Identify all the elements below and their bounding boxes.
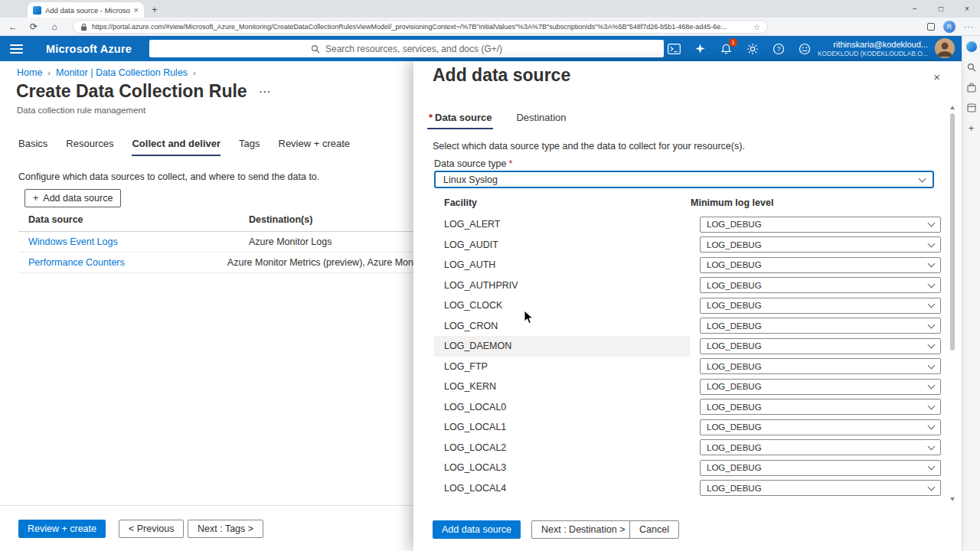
copilot-sidebar-icon[interactable] [966,41,977,52]
page-description: Configure which data sources to collect,… [18,171,319,182]
log-level-dropdown[interactable]: LOG_DEBUG [700,460,941,476]
browser-profile-avatar[interactable]: R [943,21,956,33]
facility-label: LOG_AUTHPRIV [434,276,690,296]
account-info[interactable]: rithinskaria@kodekloud... KODEKLOUD (KOD… [818,39,928,57]
refresh-icon[interactable]: ⟳ [27,21,41,32]
avatar[interactable] [935,38,955,58]
log-level-dropdown[interactable]: LOG_DEBUG [700,257,941,273]
favorite-star-icon[interactable]: ☆ [753,23,760,31]
shopping-icon[interactable] [967,83,976,93]
settings-gear-icon[interactable] [746,42,759,55]
log-level-dropdown[interactable]: LOG_DEBUG [700,217,941,233]
facility-row: LOG_LOCAL4 LOG_DEBUG [434,478,941,499]
window-controls: − □ × [902,0,980,18]
edge-sidebar: + [962,36,980,551]
chevron-down-icon [928,321,936,328]
minimize-button[interactable]: − [902,0,928,18]
notifications-bell-icon[interactable]: 1 [720,42,733,55]
scrollbar-up-icon[interactable] [950,106,955,109]
chevron-down-icon [928,301,936,308]
hamburger-menu-icon[interactable] [10,44,23,56]
facility-label: LOG_KERN [434,377,690,397]
next-tags-button[interactable]: Next : Tags > [188,520,263,538]
chevron-down-icon [928,240,936,247]
log-level-dropdown[interactable]: LOG_DEBUG [700,379,941,395]
tab-basics[interactable]: Basics [18,138,47,156]
facility-row: LOG_AUDIT LOG_DEBUG [434,235,941,256]
data-source-link[interactable]: Windows Event Logs [28,236,249,247]
tab-collect-and-deliver[interactable]: Collect and deliver [132,138,220,156]
close-button[interactable]: × [954,0,980,18]
address-bar[interactable]: https://portal.azure.com/#view/Microsoft… [73,20,768,34]
tab-data-source[interactable]: *Data source [427,112,493,129]
add-data-source-panel: Add data source × *Data source Destinati… [413,61,962,551]
chevron-down-icon [928,361,936,369]
url-text[interactable]: https://portal.azure.com/#view/Microsoft… [92,23,749,31]
tab-title: Add data source - Microsoft Az... [45,6,130,15]
close-icon[interactable]: × [933,70,940,83]
browser-menu-icon[interactable]: ··· [964,23,974,31]
breadcrumb-monitor[interactable]: Monitor | Data Collection Rules [56,67,188,78]
facility-label: LOG_CLOCK [434,295,690,316]
cancel-button[interactable]: Cancel [629,520,679,539]
next-destination-button[interactable]: Next : Destination > [531,520,635,539]
breadcrumb-home[interactable]: Home [17,67,42,78]
column-data-source: Data source [28,214,249,225]
log-level-dropdown[interactable]: LOG_DEBUG [700,277,941,293]
feedback-icon[interactable] [798,42,811,55]
azure-brand[interactable]: Microsoft Azure [46,43,132,55]
tab-resources[interactable]: Resources [66,138,113,156]
search-input[interactable]: Search resources, services, and docs (G+… [149,40,664,57]
facility-row: LOG_AUTH LOG_DEBUG [434,255,941,276]
log-level-dropdown[interactable]: LOG_DEBUG [700,439,941,455]
data-source-type-dropdown[interactable]: Linux Syslog [434,171,934,188]
home-icon[interactable]: ⌂ [47,21,61,32]
tab-close-icon[interactable]: × [134,6,139,15]
log-level-dropdown[interactable]: LOG_DEBUG [700,480,941,496]
facility-label: LOG_LOCAL3 [434,458,690,478]
tab-review-create[interactable]: Review + create [279,138,351,156]
maximize-button[interactable]: □ [928,0,954,18]
log-level-dropdown[interactable]: LOG_DEBUG [700,236,941,253]
facility-row: LOG_LOCAL0 LOG_DEBUG [434,397,941,418]
scrollbar-down-icon[interactable] [950,497,955,501]
facility-label: LOG_FTP [434,357,690,377]
back-icon[interactable]: ← [6,21,20,32]
facility-label: LOG_AUTH [434,255,690,276]
sidebar-add-icon[interactable]: + [969,123,975,133]
plus-icon: + [33,193,38,204]
review-create-button[interactable]: Review + create [18,520,106,538]
log-level-dropdown[interactable]: LOG_DEBUG [700,298,941,314]
log-level-dropdown[interactable]: LOG_DEBUG [700,318,941,334]
browser-tab-strip: Add data source - Microsoft Az... × + − … [0,0,980,18]
copilot-icon[interactable] [694,42,707,55]
browser-tab[interactable]: Add data source - Microsoft Az... × [28,2,144,18]
log-level-dropdown[interactable]: LOG_DEBUG [700,338,941,354]
notification-badge: 1 [729,38,737,47]
facility-list: LOG_ALERT LOG_DEBUG LOG_AUDIT LOG_DEBUG … [434,214,941,498]
previous-button[interactable]: < Previous [119,520,184,538]
chevron-down-icon [928,260,936,268]
facility-row: LOG_LOCAL2 LOG_DEBUG [434,438,941,458]
chevron-down-icon [928,280,936,288]
cloud-shell-icon[interactable] [668,42,681,55]
extensions-icon[interactable] [927,23,935,31]
tab-destination[interactable]: Destination [514,112,567,129]
more-options-icon[interactable]: ··· [260,86,272,97]
facility-row: LOG_LOCAL3 LOG_DEBUG [434,458,941,478]
facility-row: LOG_CRON LOG_DEBUG [434,316,941,337]
log-level-dropdown[interactable]: LOG_DEBUG [700,419,941,435]
new-tab-button[interactable]: + [152,5,158,15]
panel-add-data-source-button[interactable]: Add data source [433,520,521,539]
chevron-down-icon [928,382,936,390]
log-level-dropdown[interactable]: LOG_DEBUG [700,399,941,415]
chevron-right-icon: › [47,68,51,77]
collections-icon[interactable] [967,103,976,112]
log-level-dropdown[interactable]: LOG_DEBUG [700,358,941,374]
sidebar-search-icon[interactable] [967,63,976,72]
data-source-link[interactable]: Performance Counters [28,257,227,268]
add-data-source-button[interactable]: + Add data source [24,189,121,207]
scrollbar-thumb[interactable] [950,113,955,350]
tab-tags[interactable]: Tags [239,138,260,156]
help-icon[interactable]: ? [772,42,785,55]
